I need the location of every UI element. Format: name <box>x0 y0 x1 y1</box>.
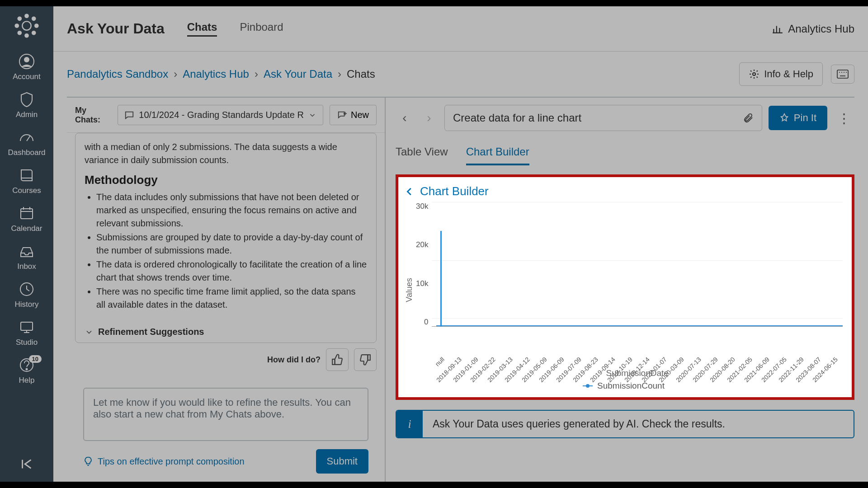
app-logo[interactable] <box>14 13 40 39</box>
methodology-item: Submissions are grouped by date to provi… <box>96 231 367 257</box>
chart-legend: SubmissionCount <box>405 381 843 391</box>
info-banner-text: Ask Your Data uses queries generated by … <box>423 411 735 437</box>
tab-table-view[interactable]: Table View <box>396 145 448 165</box>
breadcrumb-current: Chats <box>347 68 375 80</box>
svg-rect-20 <box>21 322 33 330</box>
thumbs-down-button[interactable] <box>354 348 377 371</box>
refinement-toggle[interactable]: Refinement Suggestions <box>85 319 367 337</box>
query-display[interactable]: Create data for a line chart <box>444 105 762 131</box>
feedback-row: How did I do? <box>75 343 377 375</box>
sidebar-label: Help <box>19 376 35 385</box>
next-result-button[interactable]: › <box>420 109 438 127</box>
book-icon <box>19 167 35 183</box>
sidebar-item-courses[interactable]: Courses <box>0 163 53 201</box>
result-toolbar: ‹ › Create data for a line chart Pin It … <box>396 98 854 136</box>
response-card: with a median of only 2 submissions. The… <box>75 133 377 343</box>
topbar: Ask Your Data Chats Pinboard Analytics H… <box>53 6 868 52</box>
breadcrumb-item[interactable]: Pandalytics Sandbox <box>67 68 168 80</box>
sidebar-item-inbox[interactable]: Inbox <box>0 239 53 277</box>
top-tabs: Chats Pinboard <box>187 21 283 37</box>
thumbs-down-icon <box>359 354 371 366</box>
chart-canvas: Values 30k 20k 10k 0 <box>405 202 843 378</box>
gauge-icon <box>19 129 35 145</box>
svg-point-8 <box>32 31 35 34</box>
methodology-heading: Methodology <box>85 173 367 187</box>
methodology-item: The data includes only submissions that … <box>96 191 367 230</box>
breadcrumb-item[interactable]: Analytics Hub <box>183 68 249 80</box>
sidebar-label: Dashboard <box>8 148 45 157</box>
breadcrumb-item[interactable]: Ask Your Data <box>264 68 332 80</box>
chat-pane: My Chats: 10/1/2024 - Grading Standards … <box>67 98 386 482</box>
thumbs-up-icon <box>331 354 343 366</box>
sidebar-item-studio[interactable]: Studio <box>0 314 53 352</box>
sidebar-item-admin[interactable]: Admin <box>0 87 53 125</box>
more-menu-button[interactable]: ⋮ <box>834 110 854 126</box>
new-chat-button[interactable]: New <box>330 105 377 125</box>
user-icon <box>19 53 35 70</box>
x-axis-label: SubmissionDate <box>606 368 669 378</box>
bottom-row: Tips on effective prompt composition Sub… <box>67 441 385 482</box>
svg-line-11 <box>27 136 30 141</box>
legend-swatch <box>583 385 593 386</box>
y-ticks: 30k 20k 10k 0 <box>416 202 432 378</box>
chat-selector[interactable]: 10/1/2024 - Grading Standards Update R <box>118 105 323 125</box>
pin-icon <box>779 113 789 123</box>
legend-label: SubmissionCount <box>597 381 665 391</box>
svg-point-30 <box>753 73 755 75</box>
submit-button[interactable]: Submit <box>316 449 368 474</box>
sidebar-item-calendar[interactable]: Calendar <box>0 201 53 239</box>
plot-area: null2018-09-132019-01-092019-02-222019-0… <box>432 202 843 378</box>
y-axis-label: Values <box>405 278 414 302</box>
tips-link[interactable]: Tips on effective prompt composition <box>83 456 245 467</box>
chevron-right-icon: › <box>255 68 258 80</box>
tab-chart-builder[interactable]: Chart Builder <box>466 145 529 165</box>
sidebar-item-dashboard[interactable]: Dashboard <box>0 125 53 163</box>
chat-icon <box>124 110 134 120</box>
svg-rect-31 <box>837 70 848 78</box>
response-summary: with a median of only 2 submissions. The… <box>85 141 367 167</box>
sidebar-label: Account <box>13 72 40 81</box>
inbox-icon <box>19 243 35 259</box>
keyboard-shortcut-button[interactable] <box>831 65 854 84</box>
tab-chats[interactable]: Chats <box>187 21 217 37</box>
collapse-sidebar-button[interactable] <box>19 456 34 474</box>
sidebar-item-help[interactable]: 10 Help <box>0 352 53 390</box>
svg-point-2 <box>25 34 28 37</box>
svg-point-4 <box>35 24 38 27</box>
prev-result-button[interactable]: ‹ <box>396 109 414 127</box>
sidebar-label: Studio <box>16 338 38 347</box>
breadcrumb-row: Pandalytics Sandbox › Analytics Hub › As… <box>67 52 854 97</box>
sidebar-item-account[interactable]: Account <box>0 49 53 87</box>
info-help-button[interactable]: Info & Help <box>739 62 823 86</box>
chart-builder-back[interactable]: Chart Builder <box>405 182 843 202</box>
sidebar-label: History <box>15 300 39 309</box>
my-chats-label: My Chats: <box>75 106 111 125</box>
help-badge: 10 <box>29 355 42 363</box>
global-nav-sidebar: Account Admin Dashboard Courses Calendar… <box>0 6 53 482</box>
result-pane: ‹ › Create data for a line chart Pin It … <box>386 98 854 482</box>
sidebar-item-history[interactable]: History <box>0 277 53 314</box>
bar-chart-icon <box>772 23 783 35</box>
svg-point-1 <box>25 14 28 18</box>
calendar-icon <box>19 205 35 221</box>
page-title: Ask Your Data <box>67 20 165 37</box>
thumbs-up-button[interactable] <box>326 348 349 371</box>
collapse-icon <box>19 456 34 472</box>
prompt-input[interactable]: Let me know if you would like to refine … <box>83 388 368 441</box>
svg-point-7 <box>18 31 21 34</box>
methodology-item: The data is ordered chronologically to f… <box>96 258 367 284</box>
tab-pinboard[interactable]: Pinboard <box>240 21 283 37</box>
my-chats-row: My Chats: 10/1/2024 - Grading Standards … <box>67 98 385 133</box>
keyboard-icon <box>837 70 849 79</box>
chevron-right-icon: › <box>338 68 341 80</box>
chevron-right-icon: › <box>174 68 177 80</box>
chevron-down-icon <box>308 111 316 119</box>
view-tabs: Table View Chart Builder <box>396 136 854 165</box>
pin-it-button[interactable]: Pin It <box>769 106 827 130</box>
content-area: Pandalytics Sandbox › Analytics Hub › As… <box>53 52 868 482</box>
svg-point-3 <box>15 24 19 27</box>
analytics-hub-link[interactable]: Analytics Hub <box>772 23 854 35</box>
gear-icon <box>749 69 760 80</box>
chart-builder-panel: Chart Builder Values 30k 20k 10k 0 <box>396 174 854 400</box>
chevron-left-icon <box>405 187 415 197</box>
